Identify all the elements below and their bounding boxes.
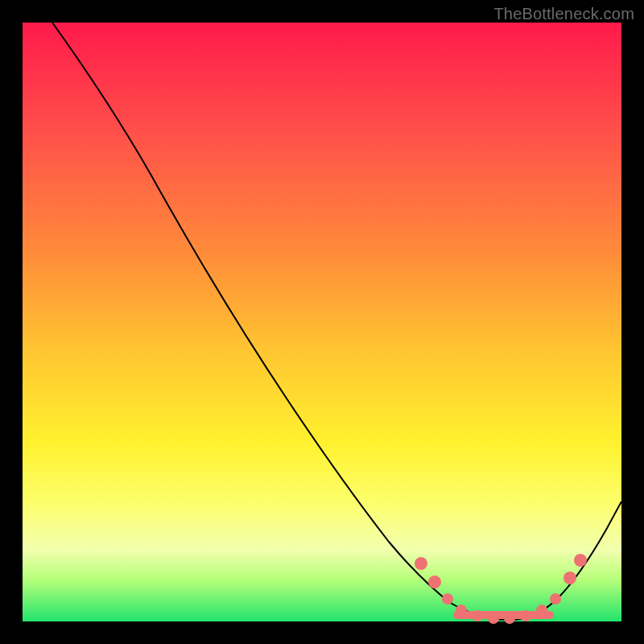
marker-dot [428, 576, 441, 588]
marker-dot [574, 554, 587, 567]
bottleneck-curve [52, 23, 621, 620]
chart-canvas [23, 23, 621, 621]
marker-dot [488, 613, 499, 624]
marker-dot [456, 605, 467, 616]
marker-dot [415, 557, 427, 570]
marker-dot [504, 613, 515, 624]
marker-dot [472, 610, 483, 621]
marker-dot [564, 572, 576, 584]
chart-frame: TheBottleneck.com [0, 0, 644, 644]
marker-dot [550, 593, 561, 605]
watermark-label: TheBottleneck.com [493, 5, 634, 23]
marker-dot [442, 593, 453, 605]
marker-dot [520, 610, 531, 621]
marker-dot [536, 605, 547, 616]
plot-area [23, 23, 621, 621]
